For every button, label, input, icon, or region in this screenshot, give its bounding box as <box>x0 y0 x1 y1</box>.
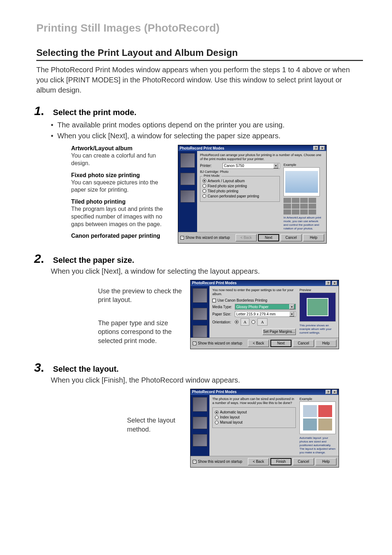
step-title: Select the print mode. <box>53 108 136 117</box>
radio-tiled[interactable]: Tiled photo printing <box>203 189 277 193</box>
callout-title: Fixed photo size printing <box>71 172 173 179</box>
orientation-portrait-radio[interactable] <box>235 320 238 324</box>
wizard-icon <box>193 417 207 429</box>
radio-label: Fixed photo size printing <box>208 184 247 188</box>
radio-label: Automatic layout <box>220 410 247 414</box>
cancel-button[interactable]: Cancel <box>293 340 314 347</box>
wizard-icon <box>193 434 207 446</box>
step-number: 3 <box>34 360 49 375</box>
show-wizard-checkbox[interactable]: ✓ <box>193 460 196 464</box>
callout-body: You can squeeze pictures into the paper … <box>71 179 173 194</box>
step-title: Select the layout. <box>53 364 119 374</box>
wizard-icon <box>193 308 207 320</box>
size-value: Letter 215.9 x 279.4 mm <box>236 312 275 316</box>
media-combo[interactable]: Glossy Photo Paper ▾ <box>235 304 296 310</box>
chevron-down-icon[interactable]: ▾ <box>289 311 294 317</box>
chevron-down-icon[interactable]: ▾ <box>273 163 278 168</box>
example-label: Example <box>283 163 323 167</box>
info-text: In Artwork/Layout album print mode, you … <box>283 216 323 230</box>
cartridge-text: BJ Cartridge: Photo <box>200 170 280 174</box>
leader-text: The paper type and size options correspo… <box>98 319 185 345</box>
help-button[interactable]: Help <box>303 234 324 241</box>
example-label: Example <box>299 397 336 401</box>
media-value: Glossy Photo Paper <box>236 305 269 309</box>
help-icon[interactable]: ? <box>326 390 331 394</box>
finish-button[interactable]: Finish <box>270 458 291 465</box>
example-thumbnails <box>283 198 316 215</box>
dialog-title: PhotoRecord Print Modes <box>180 146 224 150</box>
orientation-label: Orientation: <box>212 320 233 324</box>
leader-text: Use the preview to check the print layou… <box>98 287 185 305</box>
wizard-sidebar <box>191 286 209 338</box>
chevron-down-icon[interactable]: ▾ <box>289 304 294 309</box>
info-text: This preview shows an example album with… <box>299 324 336 335</box>
step-3: 3 Select the layout. When you click [Fin… <box>36 360 363 468</box>
callout-body: You can create a colorful and fun design… <box>71 152 173 167</box>
dialog-title: PhotoRecord Print Modes <box>192 390 237 394</box>
step-body-text: When you click [Next], a window for sele… <box>51 267 363 276</box>
next-button[interactable]: Next <box>270 340 291 347</box>
set-margins-button[interactable]: Set Page Margins... <box>262 328 296 335</box>
chapter-title: Printing Still Images (PhotoRecord) <box>36 22 363 34</box>
paper-size-combo[interactable]: Letter 215.9 x 279.4 mm ▾ <box>235 311 296 317</box>
radio-label: Canon perforated paper printing <box>208 194 259 198</box>
printer-value: Canon S750 <box>224 164 244 168</box>
cancel-button[interactable]: Cancel <box>293 458 314 465</box>
step-number: 2 <box>34 252 49 266</box>
dialog-layout: PhotoRecord Print Modes ? × <box>190 389 339 468</box>
radio-perforated[interactable]: Canon perforated paper printing <box>203 194 277 198</box>
callout-title: Canon perforated paper printing <box>71 233 173 239</box>
leader-text: Select the layout method. <box>127 416 185 434</box>
back-button[interactable]: < Back <box>248 458 269 465</box>
show-wizard-label: Show this wizard on startup <box>185 236 230 240</box>
close-icon[interactable]: × <box>332 281 337 285</box>
example-preview <box>283 167 320 196</box>
help-icon[interactable]: ? <box>313 146 318 150</box>
dialog-description: PhotoRecord can arrange your photos for … <box>200 153 323 162</box>
step-body-text: When you click [Finish], the PhotoRecord… <box>51 376 363 384</box>
checkbox-label: Use Canon Borderless Printing <box>217 298 267 302</box>
radio-index[interactable]: Index layout <box>215 415 293 419</box>
radio-label: Manual layout <box>220 420 242 424</box>
step-2: 2 Select the paper size. When you click … <box>36 252 363 352</box>
back-button[interactable]: < Back <box>236 234 257 241</box>
landscape-icon: A <box>257 318 268 326</box>
callout-title: Tiled photo printing <box>71 198 173 205</box>
show-wizard-checkbox[interactable]: ✓ <box>180 236 184 240</box>
help-button[interactable]: Help <box>315 458 336 465</box>
radio-fixed[interactable]: Fixed photo size printing <box>203 184 277 188</box>
wizard-icon <box>193 325 207 338</box>
wizard-sidebar <box>191 395 209 456</box>
preview-box <box>299 293 336 322</box>
radio-automatic[interactable]: Automatic layout <box>215 410 293 414</box>
help-icon[interactable]: ? <box>326 281 331 285</box>
borderless-checkbox[interactable]: Use Canon Borderless Printing <box>212 298 296 302</box>
dialog-title: PhotoRecord Print Modes <box>192 281 237 285</box>
orientation-landscape-radio[interactable] <box>252 320 255 324</box>
cancel-button[interactable]: Cancel <box>281 234 302 241</box>
radio-manual[interactable]: Manual layout <box>215 420 293 424</box>
show-wizard-label: Show this wizard on startup <box>198 460 242 464</box>
radio-label: Index layout <box>220 415 240 419</box>
printer-combo[interactable]: Canon S750 ▾ <box>222 163 280 169</box>
info-text: Automatic layout: your photos are sized … <box>299 436 336 454</box>
close-icon[interactable]: × <box>332 390 337 394</box>
close-icon[interactable]: × <box>320 146 325 150</box>
show-wizard-checkbox[interactable]: ✓ <box>193 342 196 345</box>
radio-label: Artwork / Layout album <box>208 179 245 183</box>
back-button[interactable]: < Back <box>248 340 269 347</box>
dialog-description: The photos in your album can be sized an… <box>212 397 296 405</box>
radio-artwork[interactable]: Artwork / Layout album <box>203 179 277 183</box>
radio-label: Tiled photo printing <box>208 189 238 193</box>
bullet-text: The available print modes options depend… <box>51 119 363 130</box>
step-title: Select the paper size. <box>53 256 134 265</box>
callout-title: Artwork/Layout album <box>71 145 173 152</box>
dialog-description: You now need to enter the paper settings… <box>212 288 296 297</box>
help-button[interactable]: Help <box>315 340 336 347</box>
step-1: 1 Select the print mode. The available p… <box>36 104 363 244</box>
wizard-icon <box>180 190 195 203</box>
next-button[interactable]: Next <box>258 234 279 241</box>
media-label: Media Type: <box>212 305 233 309</box>
intro-text: The PhotoRecord Print Modes window appea… <box>36 65 363 95</box>
dialog-print-mode: PhotoRecord Print Modes ? × PhotoRecord … <box>178 145 327 244</box>
